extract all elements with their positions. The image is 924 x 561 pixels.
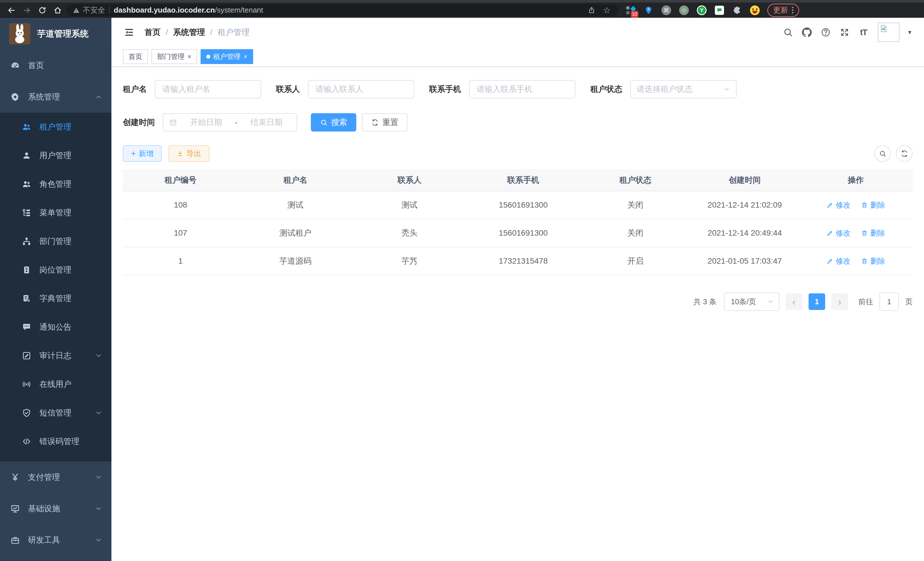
- sidebar-collapse-button[interactable]: [123, 26, 135, 39]
- user-avatar[interactable]: [878, 23, 899, 42]
- breadcrumb-system[interactable]: 系统管理: [173, 27, 205, 38]
- close-tab-icon[interactable]: ×: [243, 53, 248, 60]
- browser-update-button[interactable]: 更新: [767, 4, 799, 17]
- date-range-picker[interactable]: 开始日期 - 结束日期: [163, 113, 297, 132]
- search-button[interactable]: 搜索: [311, 113, 356, 132]
- delete-row-link[interactable]: 删除: [861, 200, 885, 210]
- sidebar-item-tenant[interactable]: 租户管理: [0, 113, 111, 141]
- url-path: /system/tenant: [215, 6, 263, 14]
- next-page-button[interactable]: ›: [831, 293, 848, 310]
- tenant-name-input[interactable]: [155, 80, 261, 98]
- green-dot-icon: [679, 5, 689, 15]
- browser-back-button[interactable]: [5, 4, 18, 17]
- sidebar-item-label: 用户管理: [39, 150, 102, 161]
- url-host: dashboard.yudao.iocoder.cn: [114, 6, 215, 14]
- cell-created: 2021-12-14 21:02:09: [691, 191, 799, 219]
- refresh-table-button[interactable]: [896, 145, 913, 162]
- chevron-down-icon: [723, 86, 730, 93]
- delete-row-link[interactable]: 删除: [861, 256, 885, 266]
- delete-row-link[interactable]: 删除: [861, 228, 885, 238]
- cell-mobile: 15601691300: [466, 191, 580, 219]
- extension-yudao[interactable]: Y: [696, 5, 707, 16]
- extension-status-dot[interactable]: [678, 5, 690, 16]
- browser-home-button[interactable]: [51, 4, 64, 17]
- sidebar-item-home[interactable]: 首页: [0, 50, 111, 81]
- security-warning[interactable]: 不安全: [73, 5, 105, 15]
- extension-tag-assistant[interactable]: 10: [625, 5, 637, 16]
- cell-actions: 修改删除: [799, 191, 913, 219]
- table-settings: [874, 145, 913, 162]
- warning-icon: [73, 7, 80, 14]
- status-select[interactable]: 请选择租户状态: [630, 80, 736, 98]
- column-header: 租户名: [238, 169, 353, 191]
- goto-page-input[interactable]: [879, 293, 899, 311]
- sidebar-item-label: 基础设施: [28, 503, 95, 514]
- extension-chat[interactable]: [714, 5, 725, 16]
- sidebar-item-role[interactable]: 角色管理: [0, 170, 111, 199]
- browser-reload-button[interactable]: [36, 4, 49, 17]
- tab-dept[interactable]: 部门管理×: [152, 49, 197, 64]
- sidebar-item-sms[interactable]: 短信管理: [0, 399, 111, 427]
- extension-pin[interactable]: [643, 5, 654, 16]
- download-icon: [177, 150, 184, 157]
- reset-button[interactable]: 重置: [362, 113, 407, 132]
- log-icon: [22, 351, 32, 361]
- edit-row-link[interactable]: 修改: [826, 228, 850, 238]
- font-size-button[interactable]: tT: [856, 25, 871, 40]
- header-search-button[interactable]: [781, 25, 795, 40]
- fullscreen-button[interactable]: [837, 25, 852, 40]
- browser-forward-button[interactable]: [21, 4, 33, 17]
- sidebar-item-dept[interactable]: 部门管理: [0, 227, 111, 256]
- sidebar-item-pay[interactable]: 支付管理: [0, 462, 111, 493]
- sidebar-item-error-code[interactable]: 错误码管理: [0, 427, 111, 456]
- breadcrumb-home[interactable]: 首页: [145, 27, 160, 38]
- extension-command[interactable]: ⌘: [661, 5, 672, 16]
- sidebar-item-infra[interactable]: 基础设施: [0, 493, 111, 524]
- sidebar-item-post[interactable]: 岗位管理: [0, 256, 111, 284]
- edit-row-link[interactable]: 修改: [826, 200, 850, 210]
- pagination: 共 3 条 10条/页 ‹ 1 › 前往 页: [123, 293, 913, 311]
- broken-image-icon: [879, 24, 888, 33]
- share-button[interactable]: [586, 5, 597, 16]
- profile-avatar-button[interactable]: [749, 5, 760, 16]
- sidebar-item-dict[interactable]: 字典管理: [0, 284, 111, 313]
- edit-row-link[interactable]: 修改: [826, 256, 850, 266]
- tab-home[interactable]: 首页: [123, 49, 148, 64]
- extensions-menu-button[interactable]: [731, 5, 743, 16]
- avatar-caret-icon[interactable]: ▼: [907, 29, 913, 36]
- cell-name: 芋道源码: [238, 247, 353, 275]
- sidebar-item-system[interactable]: 系统管理: [0, 81, 111, 113]
- sidebar-item-online-user[interactable]: 在线用户: [0, 370, 111, 399]
- export-button[interactable]: 导出: [169, 145, 209, 162]
- action-label: 删除: [870, 228, 885, 238]
- cell-status: 关闭: [580, 219, 691, 247]
- sidebar-item-label: 错误码管理: [39, 436, 102, 447]
- sidebar-item-dev-tool[interactable]: 研发工具: [0, 524, 111, 556]
- add-button[interactable]: + 新增: [123, 145, 162, 162]
- close-tab-icon[interactable]: ×: [188, 53, 191, 60]
- sidebar-item-menu[interactable]: 菜单管理: [0, 199, 111, 227]
- browser-menu-icon[interactable]: [792, 7, 794, 14]
- sidebar-item-user[interactable]: 用户管理: [0, 141, 111, 170]
- plus-icon: +: [131, 149, 136, 158]
- prev-page-button[interactable]: ‹: [786, 293, 802, 310]
- refresh-icon: [371, 119, 379, 126]
- help-button[interactable]: [818, 25, 833, 40]
- sidebar-item-notice[interactable]: 通知公告: [0, 313, 111, 341]
- github-button[interactable]: [800, 25, 814, 40]
- app-logo[interactable]: 芋道管理系统: [0, 18, 111, 50]
- cell-contact: 测试: [352, 191, 466, 219]
- current-page-button[interactable]: 1: [808, 293, 825, 310]
- github-icon: [802, 27, 812, 38]
- sidebar-item-audit-log[interactable]: 审计日志: [0, 341, 111, 370]
- contact-input[interactable]: [308, 80, 414, 98]
- mobile-input[interactable]: [469, 80, 575, 98]
- tab-tenant[interactable]: 租户管理×: [201, 49, 253, 64]
- export-button-label: 导出: [187, 149, 201, 159]
- tab-label: 部门管理: [157, 52, 184, 61]
- bookmark-button[interactable]: ☆: [601, 5, 613, 16]
- toggle-search-button[interactable]: [874, 145, 891, 162]
- address-bar[interactable]: 不安全 dashboard.yudao.iocoder.cn/system/te…: [67, 4, 618, 16]
- address-divider: [109, 7, 110, 14]
- page-size-select[interactable]: 10条/页: [724, 293, 779, 311]
